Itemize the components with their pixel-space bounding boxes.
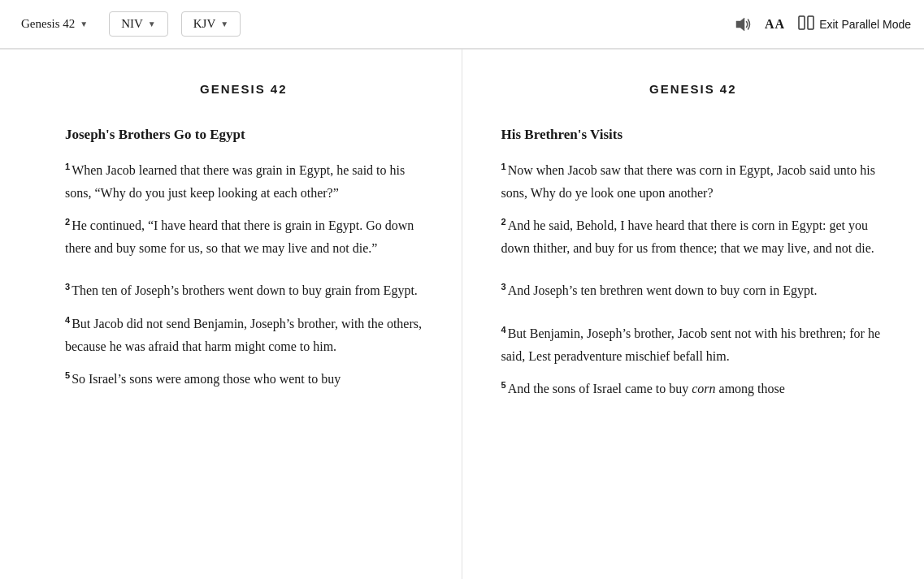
version-selector-right[interactable]: KJV ▼ bbox=[181, 11, 241, 37]
verse-5-right: 5And the sons of Israel came to buy corn… bbox=[501, 378, 886, 400]
verse-number-2-right: 2 bbox=[501, 217, 506, 227]
font-size-button[interactable]: AA bbox=[765, 17, 785, 32]
book-name: Genesis 42 bbox=[21, 17, 75, 31]
verse-4-left: 4But Jacob did not send Benjamin, Joseph… bbox=[65, 313, 423, 358]
content-area: GENESIS 42 Joseph's Brothers Go to Egypt… bbox=[0, 50, 924, 579]
verse-2-left: 2He continued, “I have heard that there … bbox=[65, 214, 423, 260]
exit-parallel-button[interactable]: Exit Parallel Mode bbox=[798, 15, 911, 33]
verse-text-4-right: But Benjamin, Joseph’s brother, Jacob se… bbox=[501, 326, 881, 363]
verse-number-4-left: 4 bbox=[65, 315, 70, 325]
version-selector-left[interactable]: NIV ▼ bbox=[109, 11, 168, 37]
verse-text-5-after: among those bbox=[716, 382, 785, 395]
verse-5-left: 5So Israel’s sons were among those who w… bbox=[65, 368, 423, 391]
svg-rect-2 bbox=[808, 16, 813, 29]
version-left-label: NIV bbox=[121, 17, 143, 31]
verse-number-5-right: 5 bbox=[501, 380, 506, 390]
verse-1-right: 1Now when Jacob saw that there was corn … bbox=[501, 159, 886, 205]
chapter-heading-left: GENESIS 42 bbox=[65, 82, 423, 96]
verse-number-4-right: 4 bbox=[501, 325, 506, 335]
verse-number-3-right: 3 bbox=[501, 282, 506, 292]
verse-2-right: 2And he said, Behold, I have heard that … bbox=[501, 214, 886, 260]
verse-text-5-before: And the sons of Israel came to buy bbox=[508, 382, 692, 395]
version-right-chevron-icon: ▼ bbox=[220, 19, 228, 28]
exit-parallel-label: Exit Parallel Mode bbox=[819, 18, 911, 31]
verse-number-2-left: 2 bbox=[65, 217, 70, 227]
verse-1-left: 1When Jacob learned that there was grain… bbox=[65, 159, 423, 205]
verse-number-1-right: 1 bbox=[501, 162, 506, 171]
verse-text-1-right: Now when Jacob saw that there was corn i… bbox=[501, 163, 875, 200]
svg-marker-0 bbox=[736, 18, 744, 31]
version-left-chevron-icon: ▼ bbox=[148, 19, 156, 28]
verse-text-5-left: So Israel’s sons were among those who we… bbox=[72, 372, 341, 386]
verse-3-right: 3And Joseph’s ten brethren went down to … bbox=[501, 279, 886, 302]
book-chevron-icon: ▼ bbox=[80, 19, 88, 28]
toolbar-right: AA Exit Parallel Mode bbox=[734, 15, 911, 33]
panel-niv: GENESIS 42 Joseph's Brothers Go to Egypt… bbox=[0, 50, 462, 579]
verse-text-3-right: And Joseph’s ten brethren went down to b… bbox=[508, 284, 818, 298]
parallel-icon bbox=[798, 15, 814, 33]
verse-text-2-left: He continued, “I have heard that there i… bbox=[65, 218, 414, 255]
verse-number-3-left: 3 bbox=[65, 282, 70, 292]
verse-text-1-left: When Jacob learned that there was grain … bbox=[65, 163, 405, 200]
verse-text-2-right: And he said, Behold, I have heard that t… bbox=[501, 218, 874, 255]
font-size-label: AA bbox=[765, 17, 785, 32]
book-selector[interactable]: Genesis 42 ▼ bbox=[13, 12, 96, 36]
chapter-heading-right: GENESIS 42 bbox=[501, 82, 886, 96]
verse-3-left: 3Then ten of Joseph’s brothers went down… bbox=[65, 279, 423, 302]
speaker-icon bbox=[734, 15, 752, 33]
verse-text-5-italic: corn bbox=[692, 382, 715, 395]
verse-4-right: 4But Benjamin, Joseph’s brother, Jacob s… bbox=[501, 322, 886, 368]
section-title-right: His Brethren's Visits bbox=[501, 125, 886, 145]
verse-text-3-left: Then ten of Joseph’s brothers went down … bbox=[72, 284, 418, 298]
section-title-left: Joseph's Brothers Go to Egypt bbox=[65, 125, 423, 145]
svg-rect-1 bbox=[799, 16, 805, 29]
verse-number-5-left: 5 bbox=[65, 370, 70, 380]
verse-number-1-left: 1 bbox=[65, 162, 70, 171]
audio-button[interactable] bbox=[734, 15, 752, 33]
verse-text-4-left: But Jacob did not send Benjamin, Joseph’… bbox=[65, 317, 422, 353]
top-navigation-bar: Genesis 42 ▼ NIV ▼ KJV ▼ AA bbox=[0, 0, 924, 49]
version-right-label: KJV bbox=[193, 17, 216, 31]
panel-kjv: GENESIS 42 His Brethren's Visits 1Now wh… bbox=[462, 50, 925, 579]
